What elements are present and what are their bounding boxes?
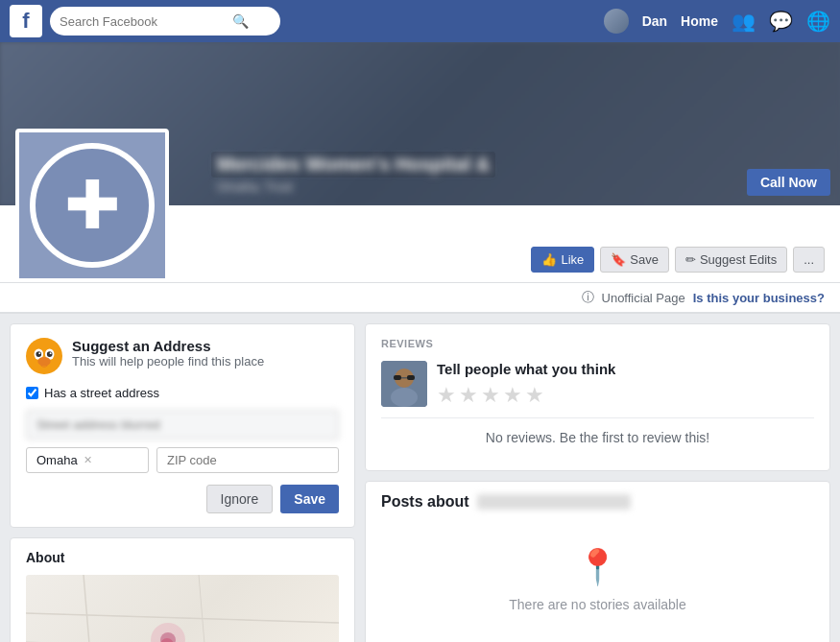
svg-line-8 <box>26 613 339 623</box>
zip-input[interactable] <box>156 447 339 473</box>
star-1[interactable]: ★ <box>437 383 456 408</box>
star-5[interactable]: ★ <box>525 383 544 408</box>
address-input[interactable] <box>26 410 339 440</box>
save-address-button[interactable]: Save <box>280 485 339 513</box>
user-name[interactable]: Dan <box>642 13 667 29</box>
suggest-text: Suggest an Address This will help people… <box>72 338 264 369</box>
star-2[interactable]: ★ <box>459 383 478 408</box>
svg-rect-19 <box>401 377 407 379</box>
star-rating[interactable]: ★ ★ ★ ★ ★ <box>437 383 615 408</box>
has-street-address-checkbox[interactable] <box>26 387 38 399</box>
suggest-header: Suggest an Address This will help people… <box>26 338 339 374</box>
suggest-address-card: Suggest an Address This will help people… <box>10 323 355 528</box>
location-pin-icon: 📍 <box>366 547 829 587</box>
remove-city-button[interactable]: ✕ <box>84 454 92 466</box>
svg-line-11 <box>199 575 208 642</box>
unofficial-text: Unofficial Page <box>602 291 685 305</box>
navbar: f 🔍 Dan Home 👥 💬 🌐 <box>0 0 840 42</box>
form-actions: Ignore Save <box>26 485 339 513</box>
avatar-svg <box>381 361 427 407</box>
page-info: Mercides Women's Hospital & Omaha, Trust <box>211 152 495 196</box>
map-preview[interactable]: Map image blur <box>26 575 339 642</box>
nav-right: Dan Home 👥 💬 🌐 <box>604 9 830 34</box>
bookmark-icon: 🔖 <box>611 252 626 267</box>
svg-point-5 <box>38 352 40 354</box>
city-tag: Omaha ✕ <box>26 447 149 473</box>
right-column: REVIEWS <box>365 323 830 642</box>
user-avatar[interactable] <box>604 9 629 34</box>
main-content: Suggest an Address This will help people… <box>0 314 840 642</box>
globe-icon[interactable]: 🌐 <box>806 10 830 33</box>
page-title: Mercides Women's Hospital & <box>211 152 495 178</box>
friends-icon[interactable]: 👥 <box>732 10 756 33</box>
posts-card: Posts about 📍 There are no stories avail… <box>365 481 830 642</box>
like-button[interactable]: 👍 Like <box>531 247 594 273</box>
profile-section: ✚ 👍 Like 🔖 Save ✏ Suggest Edits ... <box>0 205 840 283</box>
about-title: About <box>26 550 339 565</box>
no-stories: 📍 There are no stories available <box>366 518 829 642</box>
has-street-address-label: Has a street address <box>44 386 159 400</box>
suggest-title: Suggest an Address <box>72 338 264 354</box>
svg-point-7 <box>37 357 50 367</box>
suggest-subtitle: This will help people find this place <box>72 354 264 369</box>
call-now-button[interactable]: Call Now <box>747 169 830 196</box>
cover-area: Mercides Women's Hospital & Omaha, Trust… <box>0 42 840 314</box>
page-subtitle: Omaha, Trust <box>211 178 495 196</box>
unofficial-bar: ⓘ Unofficial Page Is this your business? <box>0 283 840 313</box>
home-link[interactable]: Home <box>681 13 718 29</box>
svg-point-6 <box>50 352 52 354</box>
search-icon: 🔍 <box>232 13 249 29</box>
profile-picture: ✚ <box>15 129 169 282</box>
messenger-icon[interactable]: 💬 <box>769 10 793 33</box>
reviewer-avatar-img <box>381 361 427 407</box>
search-input[interactable] <box>60 14 232 29</box>
profile-pic-inner: ✚ <box>30 143 155 268</box>
reviewer-avatar <box>381 361 427 407</box>
star-3[interactable]: ★ <box>481 383 500 408</box>
search-bar[interactable]: 🔍 <box>50 7 280 36</box>
posts-about-label: Posts about <box>381 493 469 511</box>
page-name-blurred <box>477 494 631 510</box>
posts-header: Posts about <box>366 482 829 518</box>
is-your-business-link[interactable]: Is this your business? <box>693 291 825 305</box>
left-column: Suggest an Address This will help people… <box>10 323 355 642</box>
ignore-button[interactable]: Ignore <box>206 485 274 513</box>
facebook-logo[interactable]: f <box>10 5 42 37</box>
about-card: About Map image blur <box>10 537 355 642</box>
star-4[interactable]: ★ <box>503 383 522 408</box>
svg-rect-18 <box>407 375 415 380</box>
reviews-card: REVIEWS <box>365 323 830 471</box>
city-zip-row: Omaha ✕ <box>26 447 339 473</box>
map-svg <box>26 575 339 642</box>
svg-point-0 <box>26 338 62 374</box>
info-icon: ⓘ <box>582 289 594 306</box>
reviews-label: REVIEWS <box>381 338 814 349</box>
svg-line-10 <box>84 575 93 642</box>
review-prompt-row: Tell people what you think ★ ★ ★ ★ ★ <box>381 361 814 408</box>
cover-actions: Call Now <box>747 169 830 196</box>
review-content: Tell people what you think ★ ★ ★ ★ ★ <box>437 361 615 408</box>
suggest-edits-button[interactable]: ✏ Suggest Edits <box>675 247 787 273</box>
city-value: Omaha <box>36 453 78 467</box>
owl-icon <box>26 338 62 374</box>
plus-icon: ✚ <box>64 166 121 245</box>
svg-rect-17 <box>394 375 401 380</box>
svg-point-16 <box>391 388 418 407</box>
save-button[interactable]: 🔖 Save <box>600 247 669 273</box>
review-prompt-text: Tell people what you think <box>437 361 615 377</box>
svg-point-3 <box>36 351 41 357</box>
thumb-up-icon: 👍 <box>541 252 557 267</box>
no-reviews-text: No reviews. Be the first to review this! <box>381 417 814 457</box>
pencil-icon: ✏ <box>685 252 696 267</box>
svg-point-4 <box>47 351 53 357</box>
has-street-address-row: Has a street address <box>26 386 339 400</box>
action-bar: 👍 Like 🔖 Save ✏ Suggest Edits ... <box>531 247 825 282</box>
more-button[interactable]: ... <box>793 247 825 273</box>
no-stories-text: There are no stories available <box>509 597 685 612</box>
